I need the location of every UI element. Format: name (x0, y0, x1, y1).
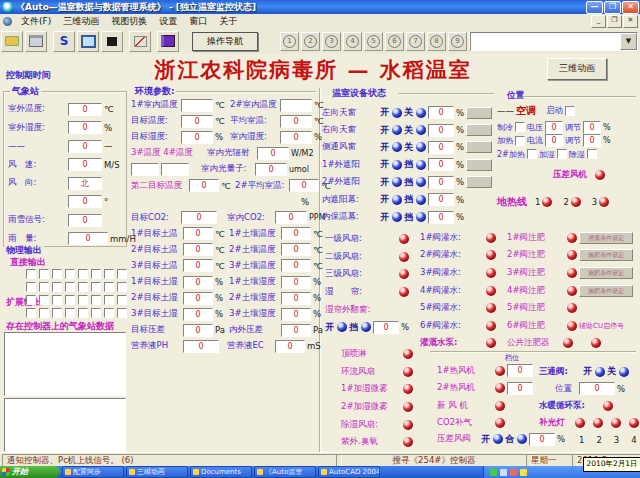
toggle-button[interactable] (129, 31, 151, 52)
value-field[interactable]: 0 (545, 121, 563, 134)
value-field[interactable]: 北 (68, 177, 102, 190)
checkbox[interactable] (78, 269, 88, 279)
station-listbox-1[interactable] (4, 332, 126, 396)
taskbar-button-1[interactable]: 三维动画 (126, 466, 188, 478)
value-field[interactable]: 0 (428, 193, 454, 206)
minimize-button[interactable]: — (586, 1, 603, 14)
toolbar-num-button-6[interactable]: 7 (406, 32, 425, 51)
value-field[interactable]: 0 (281, 308, 311, 321)
checkbox[interactable] (65, 269, 75, 279)
checkbox[interactable] (91, 308, 101, 318)
value-field[interactable]: 0 (428, 211, 454, 224)
value-field[interactable]: 0 (68, 158, 102, 171)
start-button[interactable]: 开始 (0, 466, 60, 478)
checkbox[interactable] (52, 282, 62, 292)
3d-animation-button[interactable]: 三维动画 (547, 58, 607, 80)
toolbar-num-button-4[interactable]: 5 (364, 32, 383, 51)
menu-item-3[interactable]: 设置 (153, 15, 183, 28)
value-field[interactable]: 0 (281, 259, 311, 272)
value-field[interactable]: 0 (280, 131, 312, 144)
value-field[interactable]: 0 (68, 121, 102, 134)
checkbox[interactable] (78, 295, 88, 305)
mini-setting-button[interactable] (466, 176, 492, 188)
tray-icon-red[interactable] (510, 469, 517, 476)
toolbar-num-button-5[interactable]: 6 (385, 32, 404, 51)
value-field[interactable]: 0 (181, 211, 217, 224)
value-field[interactable]: 0 (183, 227, 213, 240)
value-field[interactable]: 0 (183, 259, 213, 272)
checkbox[interactable] (52, 295, 62, 305)
value-field[interactable]: 0 (181, 131, 213, 144)
checkbox[interactable] (515, 136, 525, 146)
checkbox[interactable] (39, 269, 49, 279)
mini-setting-button[interactable] (466, 107, 492, 119)
monitor-button[interactable] (77, 31, 99, 52)
value-field[interactable]: 0 (275, 211, 307, 224)
checkbox[interactable] (565, 106, 575, 116)
value-field[interactable]: 0 (583, 121, 601, 134)
value-field[interactable] (280, 99, 312, 112)
tray-icon-green[interactable] (490, 469, 497, 476)
restore-button[interactable]: ❐ (604, 1, 621, 14)
toolbar-num-button-7[interactable]: 8 (427, 32, 446, 51)
operation-nav-button[interactable]: 操作导航 (192, 32, 258, 51)
mini-setting-button[interactable] (466, 141, 492, 153)
value-field[interactable]: 0 (428, 141, 454, 154)
help-book-button[interactable] (157, 31, 179, 52)
tray-icon-yellow[interactable] (520, 469, 527, 476)
checkbox[interactable] (91, 282, 101, 292)
value-field[interactable]: 0 (545, 134, 563, 147)
checkbox[interactable] (26, 308, 36, 318)
toolbar-num-button-1[interactable]: 2 (301, 32, 320, 51)
mdi-minimize-button[interactable]: _ (591, 15, 606, 28)
menu-item-4[interactable]: 窗口 (183, 15, 213, 28)
value-field[interactable] (161, 163, 189, 176)
value-field[interactable]: 0 (257, 147, 289, 160)
print-button[interactable] (25, 31, 47, 52)
value-field[interactable]: 0 (281, 324, 311, 337)
menu-item-1[interactable]: 三维动画 (57, 15, 105, 28)
checkbox[interactable] (78, 282, 88, 292)
value-field[interactable]: 0 (507, 382, 533, 395)
checkbox[interactable] (104, 308, 114, 318)
mdi-close-button[interactable]: ✕ (623, 15, 638, 28)
taskbar-button-2[interactable]: Documents (190, 466, 252, 478)
checkbox[interactable] (91, 295, 101, 305)
taskbar-button-3[interactable]: 《Auto温室 (254, 466, 316, 478)
toolbar-num-button-0[interactable]: 1 (280, 32, 299, 51)
checkbox[interactable] (527, 149, 537, 159)
checkbox[interactable] (52, 308, 62, 318)
checkbox[interactable] (104, 295, 114, 305)
checkbox[interactable] (117, 308, 127, 318)
checkbox[interactable] (587, 149, 597, 159)
value-field[interactable]: 0 (275, 340, 305, 353)
value-field[interactable]: 0 (183, 324, 213, 337)
value-field[interactable]: 0 (181, 115, 213, 128)
checkbox[interactable] (26, 295, 36, 305)
value-field[interactable]: 0 (68, 103, 102, 116)
checkbox[interactable] (117, 295, 127, 305)
value-field[interactable]: 0 (183, 276, 213, 289)
toolbar-num-button-2[interactable]: 3 (322, 32, 341, 51)
value-field[interactable]: 0 (183, 243, 213, 256)
system-button[interactable]: S (53, 31, 75, 52)
checkbox[interactable] (104, 282, 114, 292)
value-field[interactable]: 0 (68, 195, 102, 208)
value-field[interactable]: 0 (583, 134, 601, 147)
value-field[interactable]: 0 (281, 292, 311, 305)
checkbox[interactable] (65, 308, 75, 318)
checkbox[interactable] (78, 308, 88, 318)
close-button[interactable]: ✕ (622, 1, 639, 14)
value-field[interactable] (131, 163, 159, 176)
value-field[interactable]: 0 (183, 292, 213, 305)
value-field[interactable]: 0 (68, 214, 102, 227)
checkbox[interactable] (91, 269, 101, 279)
mini-setting-button[interactable]: 施肥条件设定 (579, 285, 633, 297)
checkbox[interactable] (39, 295, 49, 305)
display-button[interactable] (101, 31, 123, 52)
value-field[interactable]: 0 (373, 321, 399, 334)
checkbox[interactable] (39, 308, 49, 318)
station-listbox-2[interactable] (4, 398, 126, 452)
checkbox[interactable] (52, 269, 62, 279)
value-field[interactable]: 0 (68, 140, 102, 153)
